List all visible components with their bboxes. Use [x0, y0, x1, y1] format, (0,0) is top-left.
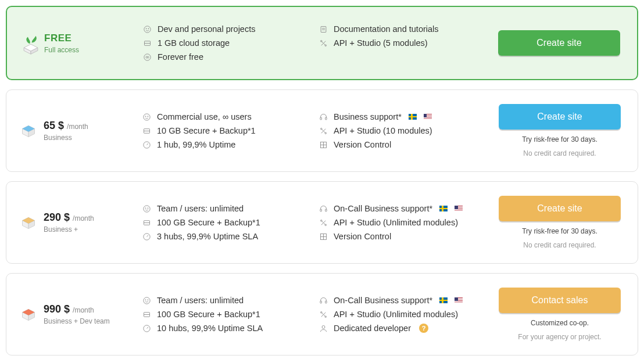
- feature-item: API + Studio (10 modules): [319, 126, 484, 135]
- box-icon: [20, 123, 37, 139]
- svg-point-0: [144, 26, 151, 32]
- feature-item: 3 hubs, 99,9% Uptime SLA: [142, 232, 307, 241]
- flag-se-icon: [409, 114, 417, 120]
- feature-col-right: On-Call Business support* API + Studio (…: [319, 204, 484, 241]
- grid-icon: [319, 141, 328, 149]
- plan-card-business-plus: 290 $ /month Business + Team / users: un…: [6, 181, 638, 264]
- flag-se-icon: [439, 297, 448, 303]
- svg-point-13: [148, 116, 148, 116]
- plan-header: 65 $ /month Business: [20, 120, 131, 142]
- feature-text: Business support*: [334, 112, 402, 121]
- plan-subtitle: Business + Dev team: [44, 317, 110, 325]
- storage-icon: [142, 127, 151, 135]
- headset-icon: [319, 296, 328, 305]
- feature-text: API + Studio (10 modules): [334, 126, 432, 135]
- plan-cta: Create site Try risk-free for 30 days. N…: [496, 196, 624, 249]
- svg-rect-31: [325, 209, 327, 211]
- smile-icon: [142, 204, 151, 213]
- plan-features: Team / users: unlimited 100 GB Secure + …: [142, 296, 484, 333]
- feature-item: Business support*: [319, 112, 484, 121]
- svg-point-2: [148, 28, 149, 28]
- person-icon: [319, 324, 328, 333]
- storage-icon: [143, 39, 152, 48]
- feature-item: API + Studio (5 modules): [319, 38, 484, 48]
- svg-point-25: [145, 207, 146, 208]
- leaf-box-icon: [21, 35, 37, 51]
- box-icon: [20, 306, 37, 322]
- plan-price: 290 $ /month: [44, 211, 94, 224]
- plan-features: Team / users: unlimited 100 GB Secure + …: [142, 204, 484, 241]
- svg-point-39: [148, 299, 148, 300]
- help-icon[interactable]: ?: [419, 324, 428, 333]
- feature-col-left: Dev and personal projects 1 GB cloud sto…: [143, 24, 307, 62]
- svg-point-38: [145, 299, 146, 300]
- plan-header: FREE Full access: [21, 33, 131, 54]
- feature-col-right: Business support* API + Studio (10 modul…: [319, 112, 484, 149]
- smile-icon: [142, 113, 151, 121]
- feature-item: 1 hub, 99,9% Uptime: [142, 140, 307, 149]
- grid-icon: [319, 232, 328, 241]
- feature-text: Version Control: [334, 232, 391, 241]
- feature-text: 1 GB cloud storage: [158, 38, 230, 48]
- feature-text: API + Studio (Unlimited modules): [334, 310, 458, 319]
- feature-item: Commercial use, ∞ users: [142, 112, 307, 121]
- feature-item: Dev and personal projects: [143, 24, 307, 34]
- feature-text: 1 hub, 99,9% Uptime: [157, 140, 235, 149]
- feature-text: Dedicated developer: [334, 324, 411, 333]
- plan-note-2: For your agency or project.: [518, 333, 601, 341]
- feature-item: 10 hubs, 99,9% Uptime SLA: [142, 324, 307, 333]
- svg-point-24: [144, 205, 150, 211]
- flag-us-icon: [455, 297, 463, 303]
- create site-button[interactable]: Create site: [498, 30, 620, 56]
- feature-text: Commercial use, ∞ users: [157, 112, 252, 121]
- headset-icon: [319, 204, 328, 213]
- flag-se-icon: [439, 206, 448, 211]
- tools-icon: [319, 218, 328, 227]
- svg-point-1: [146, 28, 146, 28]
- plan-cta: Contact sales Customized co-op. For your…: [496, 288, 624, 341]
- svg-rect-17: [320, 117, 322, 120]
- feature-col-right: On-Call Business support* API + Studio (…: [319, 296, 484, 333]
- feature-item: 100 GB Secure + Backup*1: [142, 310, 307, 319]
- contact sales-button[interactable]: Contact sales: [499, 288, 621, 313]
- feature-item: API + Studio (Unlimited modules): [319, 218, 484, 227]
- feature-text: 3 hubs, 99,9% Uptime SLA: [157, 232, 258, 241]
- plan-note-1: Try risk-free for 30 days.: [522, 135, 598, 143]
- plan-note-1: Try risk-free for 30 days.: [522, 227, 598, 235]
- create site-button[interactable]: Create site: [499, 196, 621, 221]
- feature-text: Documentation and tutorials: [334, 24, 439, 34]
- plan-subtitle: Business: [44, 134, 88, 142]
- feature-item: Version Control: [319, 140, 484, 149]
- plan-note-1: Customized co-op.: [531, 319, 589, 327]
- svg-point-11: [144, 113, 150, 120]
- feature-text: Team / users: unlimited: [157, 204, 244, 213]
- svg-point-37: [144, 297, 150, 303]
- plan-price: 65 $ /month: [44, 120, 88, 132]
- svg-rect-6: [321, 26, 326, 32]
- feature-item: Forever free: [143, 52, 307, 62]
- feature-item: Dedicated developer ?: [319, 324, 484, 333]
- feature-item: Team / users: unlimited: [142, 296, 307, 305]
- flag-us-icon: [455, 206, 463, 211]
- feature-text: Forever free: [158, 52, 203, 62]
- feature-text: Dev and personal projects: [158, 24, 255, 34]
- plan-features: Commercial use, ∞ users 10 GB Secure + B…: [142, 112, 484, 149]
- tools-icon: [319, 310, 328, 319]
- plan-note-2: No credit card required.: [523, 241, 596, 249]
- plan-note-2: No credit card required.: [523, 149, 596, 157]
- plan-card-business: 65 $ /month Business Commercial use, ∞ u…: [6, 89, 638, 172]
- gauge-icon: [142, 324, 151, 333]
- feature-item: Documentation and tutorials: [319, 24, 484, 34]
- feature-item: API + Studio (Unlimited modules): [319, 310, 484, 319]
- feature-col-left: Commercial use, ∞ users 10 GB Secure + B…: [142, 112, 307, 149]
- svg-rect-44: [325, 301, 327, 303]
- feature-text: 10 GB Secure + Backup*1: [157, 126, 256, 135]
- svg-point-47: [322, 325, 325, 328]
- feature-item: 100 GB Secure + Backup*1: [142, 218, 307, 227]
- feature-text: Team / users: unlimited: [157, 296, 244, 305]
- svg-point-26: [148, 207, 148, 208]
- create site-button[interactable]: Create site: [499, 104, 621, 130]
- feature-text: 10 hubs, 99,9% Uptime SLA: [157, 324, 263, 333]
- feature-text: Version Control: [334, 140, 391, 149]
- storage-icon: [142, 310, 151, 319]
